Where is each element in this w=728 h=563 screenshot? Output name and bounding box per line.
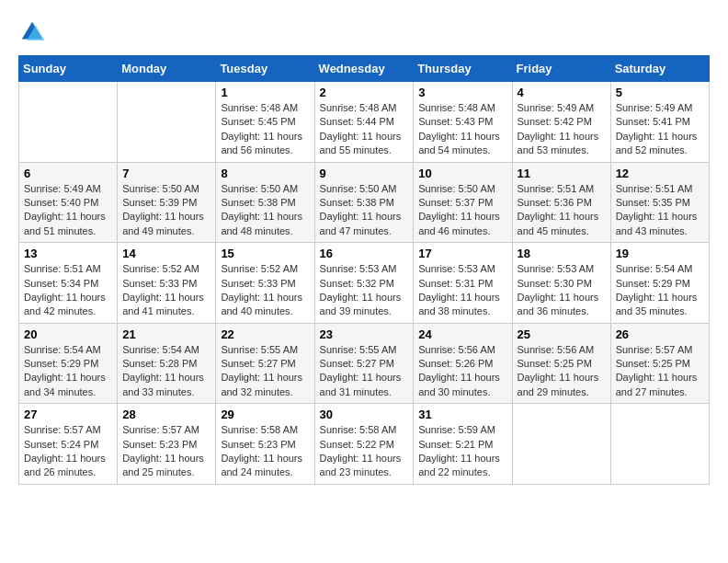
calendar-cell: 3Sunrise: 5:48 AMSunset: 5:43 PMDaylight… <box>414 82 512 163</box>
calendar-cell <box>118 82 216 163</box>
calendar-week-row: 13Sunrise: 5:51 AMSunset: 5:34 PMDayligh… <box>19 243 710 324</box>
calendar-cell: 18Sunrise: 5:53 AMSunset: 5:30 PMDayligh… <box>512 243 610 324</box>
day-info: Sunrise: 5:58 AMSunset: 5:22 PMDaylight:… <box>320 423 409 480</box>
calendar-cell: 14Sunrise: 5:52 AMSunset: 5:33 PMDayligh… <box>118 243 216 324</box>
day-info: Sunrise: 5:53 AMSunset: 5:31 PMDaylight:… <box>418 262 506 319</box>
day-number: 2 <box>320 86 409 99</box>
day-number: 16 <box>320 247 409 260</box>
calendar-cell <box>610 404 709 485</box>
calendar-cell: 17Sunrise: 5:53 AMSunset: 5:31 PMDayligh… <box>414 243 512 324</box>
calendar-cell: 16Sunrise: 5:53 AMSunset: 5:32 PMDayligh… <box>314 243 414 324</box>
calendar-cell: 25Sunrise: 5:56 AMSunset: 5:25 PMDayligh… <box>512 323 610 404</box>
day-number: 28 <box>122 408 210 421</box>
weekday-header: Sunday <box>19 56 118 82</box>
calendar-table: SundayMondayTuesdayWednesdayThursdayFrid… <box>18 55 710 485</box>
weekday-header: Friday <box>512 56 610 82</box>
calendar-header-row: SundayMondayTuesdayWednesdayThursdayFrid… <box>19 56 710 82</box>
day-number: 18 <box>518 247 606 260</box>
day-info: Sunrise: 5:51 AMSunset: 5:35 PMDaylight:… <box>616 182 704 239</box>
day-number: 15 <box>221 247 309 260</box>
calendar-cell <box>512 404 610 485</box>
calendar-cell: 27Sunrise: 5:57 AMSunset: 5:24 PMDayligh… <box>19 404 118 485</box>
day-number: 29 <box>221 408 309 421</box>
calendar-cell: 20Sunrise: 5:54 AMSunset: 5:29 PMDayligh… <box>19 323 118 404</box>
day-number: 9 <box>320 167 409 180</box>
day-number: 6 <box>24 167 112 180</box>
calendar-cell: 10Sunrise: 5:50 AMSunset: 5:37 PMDayligh… <box>414 162 512 243</box>
day-info: Sunrise: 5:54 AMSunset: 5:29 PMDaylight:… <box>24 343 112 400</box>
calendar-cell: 23Sunrise: 5:55 AMSunset: 5:27 PMDayligh… <box>314 323 414 404</box>
calendar-cell: 21Sunrise: 5:54 AMSunset: 5:28 PMDayligh… <box>118 323 216 404</box>
calendar-cell: 5Sunrise: 5:49 AMSunset: 5:41 PMDaylight… <box>610 82 709 163</box>
weekday-header: Monday <box>118 56 216 82</box>
day-number: 31 <box>418 408 506 421</box>
calendar-week-row: 1Sunrise: 5:48 AMSunset: 5:45 PMDaylight… <box>19 82 710 163</box>
calendar-cell: 30Sunrise: 5:58 AMSunset: 5:22 PMDayligh… <box>314 404 414 485</box>
day-number: 8 <box>221 167 309 180</box>
day-number: 27 <box>24 408 112 421</box>
calendar-cell: 28Sunrise: 5:57 AMSunset: 5:23 PMDayligh… <box>118 404 216 485</box>
calendar-cell: 4Sunrise: 5:49 AMSunset: 5:42 PMDaylight… <box>512 82 610 163</box>
calendar-cell: 11Sunrise: 5:51 AMSunset: 5:36 PMDayligh… <box>512 162 610 243</box>
day-info: Sunrise: 5:51 AMSunset: 5:36 PMDaylight:… <box>518 182 606 239</box>
day-info: Sunrise: 5:55 AMSunset: 5:27 PMDaylight:… <box>320 343 409 400</box>
day-number: 1 <box>221 86 309 99</box>
day-number: 13 <box>24 247 112 260</box>
calendar-week-row: 6Sunrise: 5:49 AMSunset: 5:40 PMDaylight… <box>19 162 710 243</box>
calendar-cell: 13Sunrise: 5:51 AMSunset: 5:34 PMDayligh… <box>19 243 118 324</box>
calendar-cell: 6Sunrise: 5:49 AMSunset: 5:40 PMDaylight… <box>19 162 118 243</box>
logo-icon <box>18 18 46 46</box>
day-info: Sunrise: 5:59 AMSunset: 5:21 PMDaylight:… <box>418 423 506 480</box>
day-number: 21 <box>122 327 210 341</box>
day-info: Sunrise: 5:50 AMSunset: 5:37 PMDaylight:… <box>418 182 506 239</box>
day-info: Sunrise: 5:50 AMSunset: 5:38 PMDaylight:… <box>221 182 309 239</box>
day-info: Sunrise: 5:52 AMSunset: 5:33 PMDaylight:… <box>221 262 309 319</box>
day-number: 11 <box>518 167 606 180</box>
calendar-cell: 26Sunrise: 5:57 AMSunset: 5:25 PMDayligh… <box>610 323 709 404</box>
day-info: Sunrise: 5:54 AMSunset: 5:29 PMDaylight:… <box>616 262 704 319</box>
day-info: Sunrise: 5:57 AMSunset: 5:25 PMDaylight:… <box>616 343 704 400</box>
day-info: Sunrise: 5:49 AMSunset: 5:42 PMDaylight:… <box>518 101 606 158</box>
calendar-cell: 15Sunrise: 5:52 AMSunset: 5:33 PMDayligh… <box>216 243 314 324</box>
calendar-cell: 7Sunrise: 5:50 AMSunset: 5:39 PMDaylight… <box>118 162 216 243</box>
calendar-cell: 12Sunrise: 5:51 AMSunset: 5:35 PMDayligh… <box>610 162 709 243</box>
calendar-week-row: 27Sunrise: 5:57 AMSunset: 5:24 PMDayligh… <box>19 404 710 485</box>
day-info: Sunrise: 5:49 AMSunset: 5:41 PMDaylight:… <box>616 101 704 158</box>
page-header <box>18 18 710 46</box>
day-info: Sunrise: 5:56 AMSunset: 5:26 PMDaylight:… <box>418 343 506 400</box>
day-number: 14 <box>122 247 210 260</box>
day-number: 17 <box>418 247 506 260</box>
day-info: Sunrise: 5:56 AMSunset: 5:25 PMDaylight:… <box>518 343 606 400</box>
calendar-cell: 2Sunrise: 5:48 AMSunset: 5:44 PMDaylight… <box>314 82 414 163</box>
day-number: 30 <box>320 408 409 421</box>
weekday-header: Wednesday <box>314 56 414 82</box>
day-number: 19 <box>616 247 704 260</box>
calendar-cell: 24Sunrise: 5:56 AMSunset: 5:26 PMDayligh… <box>414 323 512 404</box>
calendar-cell: 22Sunrise: 5:55 AMSunset: 5:27 PMDayligh… <box>216 323 314 404</box>
calendar-cell: 8Sunrise: 5:50 AMSunset: 5:38 PMDaylight… <box>216 162 314 243</box>
day-info: Sunrise: 5:57 AMSunset: 5:24 PMDaylight:… <box>24 423 112 480</box>
day-info: Sunrise: 5:48 AMSunset: 5:45 PMDaylight:… <box>221 101 309 158</box>
logo <box>18 18 50 46</box>
day-number: 5 <box>616 86 704 99</box>
calendar-cell: 19Sunrise: 5:54 AMSunset: 5:29 PMDayligh… <box>610 243 709 324</box>
day-info: Sunrise: 5:54 AMSunset: 5:28 PMDaylight:… <box>122 343 210 400</box>
day-info: Sunrise: 5:57 AMSunset: 5:23 PMDaylight:… <box>122 423 210 480</box>
day-number: 7 <box>122 167 210 180</box>
calendar-cell: 31Sunrise: 5:59 AMSunset: 5:21 PMDayligh… <box>414 404 512 485</box>
calendar-cell: 9Sunrise: 5:50 AMSunset: 5:38 PMDaylight… <box>314 162 414 243</box>
day-number: 22 <box>221 327 309 341</box>
day-number: 24 <box>418 327 506 341</box>
day-number: 12 <box>616 167 704 180</box>
day-info: Sunrise: 5:53 AMSunset: 5:32 PMDaylight:… <box>320 262 409 319</box>
day-info: Sunrise: 5:52 AMSunset: 5:33 PMDaylight:… <box>122 262 210 319</box>
day-info: Sunrise: 5:50 AMSunset: 5:38 PMDaylight:… <box>320 182 409 239</box>
day-info: Sunrise: 5:58 AMSunset: 5:23 PMDaylight:… <box>221 423 309 480</box>
day-info: Sunrise: 5:50 AMSunset: 5:39 PMDaylight:… <box>122 182 210 239</box>
day-number: 10 <box>418 167 506 180</box>
calendar-cell <box>19 82 118 163</box>
day-info: Sunrise: 5:48 AMSunset: 5:44 PMDaylight:… <box>320 101 409 158</box>
day-info: Sunrise: 5:49 AMSunset: 5:40 PMDaylight:… <box>24 182 112 239</box>
day-info: Sunrise: 5:53 AMSunset: 5:30 PMDaylight:… <box>518 262 606 319</box>
weekday-header: Tuesday <box>216 56 314 82</box>
